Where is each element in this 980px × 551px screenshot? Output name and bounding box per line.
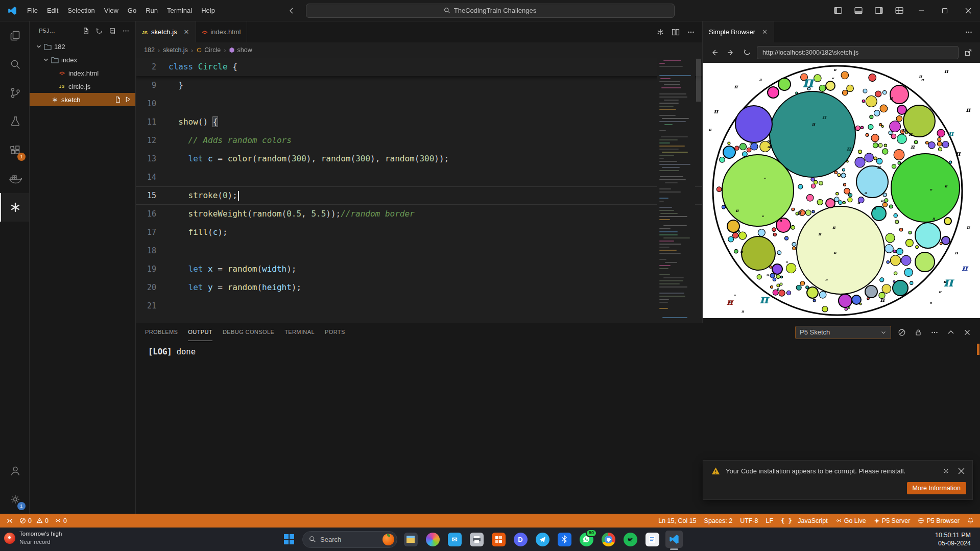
editor-scrollbar[interactable] <box>695 58 702 323</box>
tree-item-index[interactable]: index <box>30 53 135 66</box>
explorer-icon[interactable] <box>0 21 29 50</box>
editor-more-actions-icon[interactable] <box>685 26 697 38</box>
breadcrumb-item-182[interactable]: 182 <box>144 46 155 54</box>
problems-indicator[interactable]: 0 0 <box>19 517 49 524</box>
menu-help[interactable]: Help <box>197 4 220 17</box>
browser-more-actions-icon[interactable] <box>963 26 975 38</box>
browser-forward-icon[interactable] <box>724 46 737 59</box>
explorer-more-actions-icon[interactable] <box>120 25 131 36</box>
app-mail[interactable]: ✉ <box>446 531 463 548</box>
notifications-bell-icon[interactable] <box>967 517 974 524</box>
collapse-folders-icon[interactable] <box>107 25 118 36</box>
menu-view[interactable]: View <box>100 4 123 17</box>
encoding[interactable]: UTF-8 <box>740 517 758 524</box>
new-file-icon[interactable] <box>80 25 91 36</box>
maximize-button[interactable] <box>933 0 957 21</box>
eol-sequence[interactable]: LF <box>766 517 774 524</box>
app-chrome[interactable] <box>600 531 617 548</box>
browser-reload-icon[interactable] <box>740 46 754 59</box>
app-vscode[interactable] <box>665 531 683 548</box>
search-view-icon[interactable] <box>0 50 29 79</box>
breadcrumb-item-circle[interactable]: Circle <box>196 46 221 54</box>
tab-sketch-js[interactable]: JSsketch.js✕ <box>136 21 196 42</box>
code-line-10[interactable]: 10 <box>136 94 702 113</box>
panel-more-actions-icon[interactable] <box>929 327 940 338</box>
notification-close-icon[interactable] <box>956 466 966 476</box>
code-line-18[interactable]: 18 <box>136 242 702 260</box>
notification-settings-icon[interactable] <box>941 466 951 476</box>
split-editor-icon[interactable] <box>670 26 682 38</box>
tree-item-sketch[interactable]: sketch <box>30 93 135 106</box>
panel-tab-output[interactable]: OUTPUT <box>188 323 212 341</box>
close-tab-icon[interactable]: ✕ <box>184 28 189 36</box>
code-line-20[interactable]: 20 let y = random(height); <box>136 278 702 297</box>
code-line-15[interactable]: 15 stroke(0); <box>136 186 702 205</box>
close-browser-tab-icon[interactable]: ✕ <box>762 28 768 36</box>
minimize-button[interactable] <box>910 0 933 21</box>
cursor-position[interactable]: Ln 15, Col 15 <box>658 517 696 524</box>
more-information-button[interactable]: More Information <box>907 482 966 494</box>
breadcrumb-item-show[interactable]: show <box>229 46 252 54</box>
start-button[interactable] <box>280 531 298 548</box>
clear-output-icon[interactable] <box>896 327 907 338</box>
app-office[interactable] <box>490 531 507 548</box>
minimap[interactable] <box>657 58 695 323</box>
code-line-11[interactable]: 11 show() { <box>136 113 702 131</box>
tree-item-182[interactable]: 182 <box>30 40 135 53</box>
testing-icon[interactable] <box>0 107 29 136</box>
code-line-17[interactable]: 17 fill(c); <box>136 223 702 242</box>
accounts-icon[interactable] <box>0 457 29 485</box>
app-discord[interactable]: D <box>512 531 529 548</box>
code-line-13[interactable]: 13 let c = color(random(300), random(300… <box>136 150 702 168</box>
maximize-panel-icon[interactable] <box>945 327 957 338</box>
menu-terminal[interactable]: Terminal <box>162 4 197 17</box>
p5-sketch-canvas[interactable]: ππππππππππππππππππππππππππππππππππππππππ… <box>703 63 980 318</box>
open-external-icon[interactable] <box>962 46 975 59</box>
panel-tab-terminal[interactable]: TERMINAL <box>284 323 315 341</box>
tab-simple-browser[interactable]: Simple Browser ✕ <box>703 21 774 42</box>
command-center-search[interactable]: TheCodingTrain Challenges <box>306 4 675 18</box>
app-file-explorer[interactable] <box>402 531 419 548</box>
settings-gear-icon[interactable]: 1 <box>0 485 29 514</box>
app-spotify[interactable] <box>622 531 639 548</box>
menu-edit[interactable]: Edit <box>42 4 63 17</box>
toggle-sidebar-icon[interactable] <box>828 0 848 21</box>
toggle-panel-icon[interactable] <box>848 0 869 21</box>
app-printer[interactable] <box>468 531 485 548</box>
taskbar-clock[interactable]: 10:50:11 PM 05-09-2024 <box>935 531 971 548</box>
run-p5-sketch-icon[interactable] <box>654 26 666 38</box>
code-line-9[interactable]: 9 } <box>136 76 702 94</box>
extensions-icon[interactable]: 1 <box>0 136 29 164</box>
language-mode[interactable]: { } JavaScript <box>781 517 828 524</box>
taskbar-search[interactable]: Search <box>302 531 397 548</box>
run-sketch-icon[interactable] <box>125 96 131 103</box>
app-telegram[interactable] <box>534 531 551 548</box>
source-control-icon[interactable] <box>0 79 29 107</box>
app-photos[interactable] <box>424 531 441 548</box>
panel-tab-problems[interactable]: PROBLEMS <box>145 323 178 341</box>
code-line-12[interactable]: 12 // Adds random colors <box>136 131 702 150</box>
app-whatsapp[interactable]: 50 <box>578 531 595 548</box>
code-line-21[interactable]: 21 <box>136 297 702 315</box>
panel-tab-debug-console[interactable]: DEBUG CONSOLE <box>223 323 274 341</box>
remote-indicator[interactable] <box>6 517 13 524</box>
browser-back-icon[interactable] <box>708 46 721 59</box>
close-button[interactable] <box>957 0 980 21</box>
refresh-explorer-icon[interactable] <box>93 25 105 36</box>
code-line-2[interactable]: 2class Circle { <box>136 58 702 76</box>
back-icon[interactable] <box>286 5 297 16</box>
menu-file[interactable]: File <box>22 4 42 17</box>
close-panel-icon[interactable] <box>962 327 973 338</box>
p5-sketch-view-icon[interactable] <box>0 193 29 222</box>
lock-scroll-icon[interactable] <box>913 327 924 338</box>
docker-icon[interactable] <box>0 164 29 193</box>
weather-widget[interactable]: Tomorrow's high Near record <box>4 530 62 546</box>
tab-index-html[interactable]: <>index.html <box>196 21 248 42</box>
output-channel-select[interactable]: P5 Sketch <box>795 326 891 339</box>
tree-item-circle-js[interactable]: JScircle.js <box>30 80 135 93</box>
p5-server[interactable]: P5 Server <box>874 517 911 524</box>
menu-go[interactable]: Go <box>123 4 141 17</box>
code-line-19[interactable]: 19 let x = random(width); <box>136 260 702 278</box>
p5-browser[interactable]: P5 Browser <box>918 517 960 524</box>
toggle-secondary-sidebar-icon[interactable] <box>869 0 889 21</box>
